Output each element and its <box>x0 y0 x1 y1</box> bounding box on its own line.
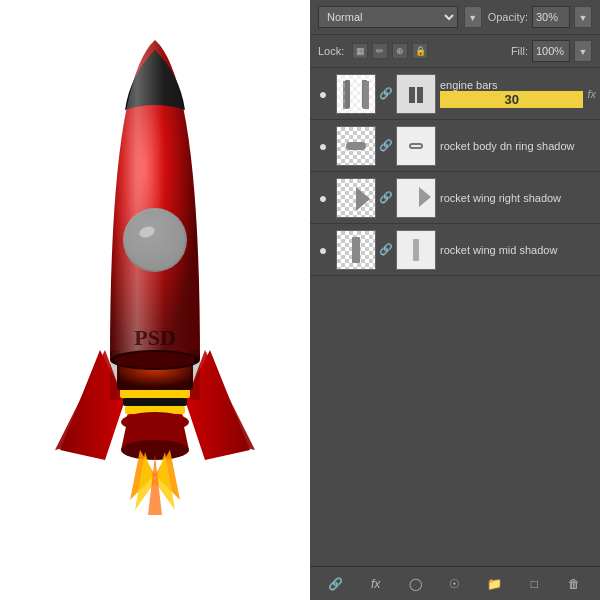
new-layer-bottom-icon[interactable]: □ <box>523 573 545 595</box>
fx-bottom-icon[interactable]: fx <box>365 573 387 595</box>
layers-panel: Normal ▼ Opacity: ▼ Lock: ▦ ✏ ⊕ 🔒 Fill: … <box>310 0 600 600</box>
lock-fill-row: Lock: ▦ ✏ ⊕ 🔒 Fill: ▼ <box>310 35 600 68</box>
link-icon-wing-right: 🔗 <box>380 191 392 204</box>
lock-transparency-icon[interactable]: ▦ <box>352 43 368 59</box>
name-area-wing-right: rocket wing right shadow <box>440 192 596 204</box>
svg-point-18 <box>115 352 195 368</box>
layer-wing-mid[interactable]: ● 🔗 rocket wing mid shadow <box>310 224 600 276</box>
fill-row: Fill: ▼ <box>511 40 592 62</box>
layers-list: ● 🔗 engine bars 30 fx ● <box>310 68 600 566</box>
layer-ring-shadow[interactable]: ● 🔗 rocket body dn ring shadow <box>310 120 600 172</box>
lock-position-icon[interactable]: ⊕ <box>392 43 408 59</box>
fx-label-engine-bars: fx <box>587 88 596 100</box>
thumbnail2-wing-right <box>396 178 436 218</box>
layer-name-wing-right: rocket wing right shadow <box>440 192 596 204</box>
svg-text:PSD: PSD <box>134 325 176 350</box>
svg-rect-6 <box>123 398 187 406</box>
visibility-engine-bars[interactable]: ● <box>314 85 332 103</box>
name-area-engine-bars: engine bars 30 <box>440 79 583 108</box>
blend-mode-select[interactable]: Normal <box>318 6 458 28</box>
opacity-arrow[interactable]: ▼ <box>574 6 592 28</box>
layer-engine-bars[interactable]: ● 🔗 engine bars 30 fx <box>310 68 600 120</box>
lock-all-icon[interactable]: 🔒 <box>412 43 428 59</box>
visibility-wing-mid[interactable]: ● <box>314 241 332 259</box>
layer-badge-engine-bars: 30 <box>440 91 583 108</box>
link-icon-engine-bars: 🔗 <box>380 87 392 100</box>
visibility-ring-shadow[interactable]: ● <box>314 137 332 155</box>
thumbnail-wing-mid <box>336 230 376 270</box>
opacity-row: Opacity: ▼ <box>488 6 592 28</box>
layers-bottom-bar: 🔗 fx ◯ ☉ 📁 □ 🗑 <box>310 566 600 600</box>
blend-mode-arrow[interactable]: ▼ <box>464 6 482 28</box>
opacity-label: Opacity: <box>488 11 528 23</box>
layer-name-engine-bars: engine bars <box>440 79 583 91</box>
link-icon-wing-mid: 🔗 <box>380 243 392 256</box>
delete-bottom-icon[interactable]: 🗑 <box>563 573 585 595</box>
blend-opacity-row: Normal ▼ Opacity: ▼ <box>310 0 600 35</box>
link-icon-ring-shadow: 🔗 <box>380 139 392 152</box>
fill-label: Fill: <box>511 45 528 57</box>
fill-input[interactable] <box>532 40 570 62</box>
layer-name-wing-mid: rocket wing mid shadow <box>440 244 596 256</box>
link-bottom-icon[interactable]: 🔗 <box>325 573 347 595</box>
thumbnail2-ring-shadow <box>396 126 436 166</box>
layer-name-ring-shadow: rocket body dn ring shadow <box>440 140 596 152</box>
name-area-wing-mid: rocket wing mid shadow <box>440 244 596 256</box>
thumbnail-ring-shadow <box>336 126 376 166</box>
svg-rect-5 <box>120 390 190 398</box>
visibility-wing-right[interactable]: ● <box>314 189 332 207</box>
thumbnail-engine-bars <box>336 74 376 114</box>
thumbnail2-engine-bars <box>396 74 436 114</box>
svg-point-1 <box>125 210 185 270</box>
thumbnail-wing-right <box>336 178 376 218</box>
opacity-input[interactable] <box>532 6 570 28</box>
lock-paint-icon[interactable]: ✏ <box>372 43 388 59</box>
fill-arrow[interactable]: ▼ <box>574 40 592 62</box>
thumbnail2-wing-mid <box>396 230 436 270</box>
folder-bottom-icon[interactable]: 📁 <box>484 573 506 595</box>
lock-label: Lock: <box>318 45 344 57</box>
adjustment-bottom-icon[interactable]: ☉ <box>444 573 466 595</box>
rocket-illustration: PSD <box>45 20 265 580</box>
layer-wing-right[interactable]: ● 🔗 rocket wing right shadow <box>310 172 600 224</box>
lock-icons-group: ▦ ✏ ⊕ 🔒 <box>352 43 428 59</box>
name-area-ring-shadow: rocket body dn ring shadow <box>440 140 596 152</box>
mask-bottom-icon[interactable]: ◯ <box>404 573 426 595</box>
rocket-canvas: PSD <box>0 0 310 600</box>
